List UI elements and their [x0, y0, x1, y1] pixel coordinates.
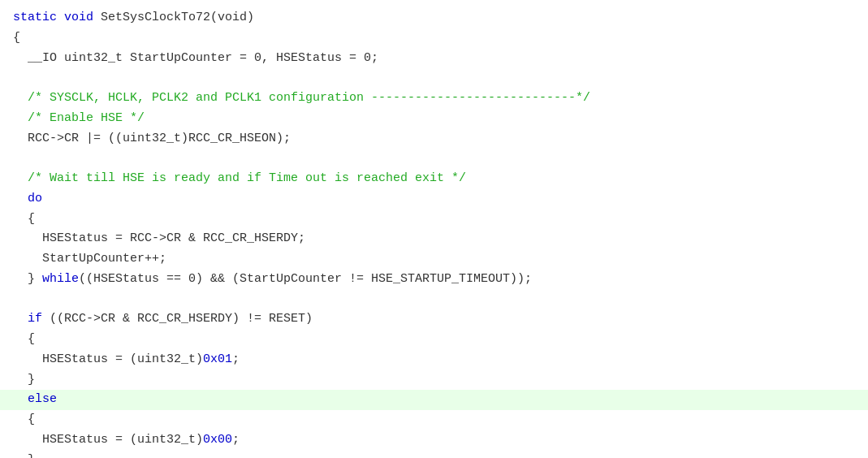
- code-line: HSEStatus = (uint32_t)0x00;: [13, 430, 855, 451]
- code-line: HSEStatus = (uint32_t)0x01;: [13, 350, 855, 370]
- code-line: StartUpCounter++;: [13, 249, 855, 270]
- code-segment: {: [13, 212, 35, 226]
- code-segment: static: [13, 11, 64, 24]
- code-line: [13, 290, 855, 310]
- code-segment: RCC->CR |= ((uint32_t)RCC_CR_HSEON);: [13, 132, 291, 145]
- code-segment: /* Enable HSE */: [13, 111, 145, 125]
- code-line: [13, 149, 855, 169]
- code-segment: void: [64, 11, 101, 24]
- code-segment: ((HSEStatus == 0) && (StartUpCounter != …: [79, 272, 532, 286]
- watermark: CSDN @CC Cian: [778, 455, 855, 458]
- code-segment: }: [13, 373, 35, 387]
- code-line: /* SYSCLK, HCLK, PCLK2 and PCLK1 configu…: [13, 89, 855, 109]
- code-segment: ;: [232, 433, 240, 447]
- code-line: do: [13, 189, 855, 210]
- code-line: RCC->CR |= ((uint32_t)RCC_CR_HSEON);: [13, 129, 855, 149]
- code-segment: HSEStatus = RCC->CR & RCC_CR_HSERDY;: [13, 231, 305, 245]
- code-segment: HSEStatus = (uint32_t): [13, 352, 203, 366]
- code-segment: {: [13, 31, 20, 45]
- code-segment: else: [28, 392, 57, 406]
- code-line: /* Wait till HSE is ready and if Time ou…: [13, 169, 855, 189]
- code-line: static void SetSysClockTo72(void): [13, 8, 855, 28]
- code-line: {: [13, 330, 855, 350]
- code-segment: /* SYSCLK, HCLK, PCLK2 and PCLK1 configu…: [13, 91, 590, 105]
- code-segment: }: [13, 453, 35, 459]
- code-line: [13, 68, 855, 89]
- code-segment: HSEStatus = (uint32_t): [13, 433, 203, 447]
- code-line: }: [13, 451, 855, 459]
- code-segment: /* Wait till HSE is ready and if Time ou…: [13, 171, 466, 185]
- code-segment: while: [42, 272, 79, 286]
- code-container: static void SetSysClockTo72(void){ __IO …: [0, 0, 868, 458]
- code-segment: }: [13, 272, 42, 286]
- code-segment: ((RCC->CR & RCC_CR_HSERDY) != RESET): [42, 312, 313, 326]
- code-segment: ;: [232, 352, 240, 366]
- code-line: __IO uint32_t StartUpCounter = 0, HSESta…: [13, 49, 855, 69]
- code-line: } while((HSEStatus == 0) && (StartUpCoun…: [13, 270, 855, 290]
- code-segment: __IO uint32_t StartUpCounter = 0, HSESta…: [13, 51, 378, 65]
- code-segment: SetSysClockTo72(void): [101, 11, 254, 24]
- code-line: /* Enable HSE */: [13, 109, 855, 129]
- code-segment: 0x01: [203, 352, 232, 366]
- code-segment: [13, 312, 28, 326]
- code-segment: 0x00: [203, 433, 232, 447]
- code-line: else: [0, 390, 868, 410]
- code-segment: do: [13, 192, 42, 205]
- code-line: }: [13, 370, 855, 391]
- code-line: if ((RCC->CR & RCC_CR_HSERDY) != RESET): [13, 309, 855, 330]
- code-line: {: [13, 410, 855, 430]
- code-segment: if: [28, 312, 42, 326]
- code-segment: {: [13, 332, 35, 346]
- code-line: {: [13, 210, 855, 230]
- code-line: HSEStatus = RCC->CR & RCC_CR_HSERDY;: [13, 229, 855, 249]
- code-segment: {: [13, 413, 35, 426]
- code-segment: StartUpCounter++;: [13, 252, 166, 266]
- code-line: {: [13, 28, 855, 49]
- code-segment: [13, 392, 28, 406]
- code-block: static void SetSysClockTo72(void){ __IO …: [13, 8, 855, 458]
